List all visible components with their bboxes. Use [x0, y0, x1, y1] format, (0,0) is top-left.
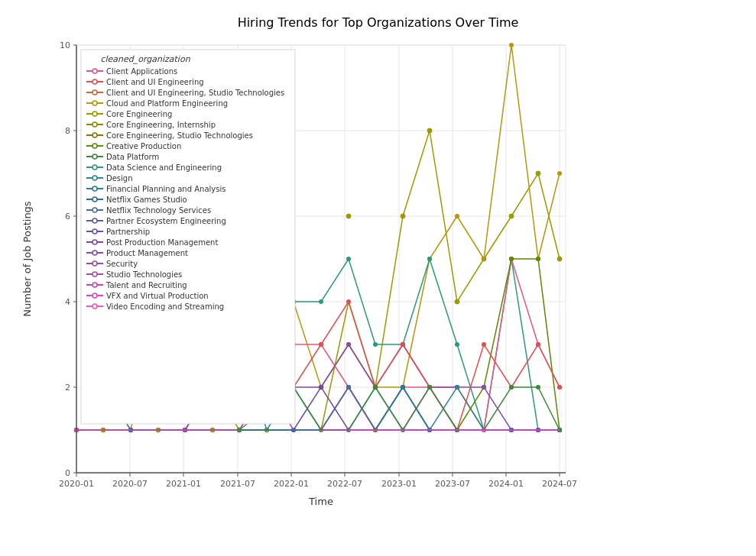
svg-point-149 — [509, 385, 514, 390]
svg-point-252 — [92, 272, 97, 276]
chart-title: Hiring Trends for Top Organizations Over… — [15, 15, 741, 30]
svg-text:2: 2 — [65, 383, 70, 393]
svg-point-255 — [92, 283, 97, 287]
svg-point-147 — [427, 385, 432, 390]
svg-text:VFX and Virtual Production: VFX and Virtual Production — [106, 292, 209, 300]
svg-point-34 — [536, 171, 540, 176]
svg-text:Netflix Technology Services: Netflix Technology Services — [106, 206, 211, 215]
svg-text:Number of Job Postings: Number of Job Postings — [21, 201, 33, 316]
svg-point-231 — [92, 197, 97, 202]
svg-text:2023-07: 2023-07 — [435, 479, 470, 489]
svg-text:Product Management: Product Management — [106, 249, 188, 257]
svg-text:Core Engineering, Studio Techn: Core Engineering, Studio Technologies — [106, 131, 253, 140]
svg-point-258 — [92, 293, 97, 298]
svg-text:Studio Technologies: Studio Technologies — [106, 270, 182, 279]
svg-point-128 — [319, 342, 323, 347]
svg-point-52 — [557, 171, 562, 176]
svg-text:Data Science and Engineering: Data Science and Engineering — [106, 163, 222, 172]
svg-point-219 — [92, 154, 97, 159]
svg-text:8: 8 — [65, 126, 70, 136]
svg-point-155 — [319, 385, 323, 390]
svg-point-195 — [92, 69, 97, 73]
svg-text:Cloud and Platform Engineering: Cloud and Platform Engineering — [106, 99, 228, 108]
svg-point-152 — [401, 385, 405, 390]
svg-point-204 — [92, 101, 97, 105]
svg-text:2021-01: 2021-01 — [166, 479, 201, 489]
svg-text:Client and UI Engineering, Stu: Client and UI Engineering, Studio Techno… — [106, 89, 284, 97]
svg-point-30 — [427, 128, 432, 133]
svg-point-110 — [346, 342, 351, 347]
svg-text:0: 0 — [65, 468, 70, 478]
svg-point-216 — [92, 144, 97, 148]
svg-point-222 — [92, 165, 97, 170]
svg-text:Creative Production: Creative Production — [106, 142, 181, 150]
chart-area: 0 2 4 6 8 10 2020-01 2020-07 2021-01 202… — [15, 37, 741, 526]
svg-point-243 — [92, 240, 97, 244]
svg-point-210 — [92, 122, 97, 127]
svg-point-201 — [92, 90, 97, 95]
svg-text:Partner Ecosystem Engineering: Partner Ecosystem Engineering — [106, 217, 226, 225]
svg-text:Time: Time — [308, 496, 333, 507]
svg-point-93 — [536, 257, 540, 261]
svg-text:Partnership: Partnership — [106, 228, 150, 236]
svg-point-31 — [455, 299, 459, 304]
svg-text:Financial Planning and Analysi: Financial Planning and Analysis — [106, 185, 226, 193]
svg-point-27 — [346, 214, 351, 218]
svg-point-225 — [92, 176, 97, 180]
svg-point-198 — [92, 79, 97, 84]
svg-point-62 — [455, 342, 459, 347]
svg-point-33 — [509, 214, 514, 218]
svg-text:Client Applications: Client Applications — [106, 67, 177, 76]
svg-text:2021-07: 2021-07 — [220, 479, 255, 489]
svg-point-145 — [373, 385, 378, 390]
svg-point-115 — [482, 385, 486, 390]
svg-text:2024-01: 2024-01 — [488, 479, 524, 489]
svg-text:2020-07: 2020-07 — [112, 479, 148, 489]
svg-point-141 — [455, 385, 459, 390]
svg-text:2020-01: 2020-01 — [59, 479, 94, 489]
svg-point-137 — [557, 385, 562, 390]
svg-point-240 — [92, 229, 97, 234]
svg-point-142 — [237, 428, 242, 432]
svg-point-207 — [92, 112, 97, 116]
svg-point-246 — [92, 251, 97, 255]
svg-point-234 — [92, 208, 97, 212]
svg-text:Netflix Games Studio: Netflix Games Studio — [106, 196, 187, 204]
svg-text:4: 4 — [65, 297, 70, 307]
svg-point-249 — [92, 261, 97, 266]
svg-text:Security: Security — [106, 260, 138, 268]
svg-point-58 — [346, 257, 351, 261]
svg-text:cleaned_organization: cleaned_organization — [100, 54, 190, 64]
svg-text:6: 6 — [65, 212, 70, 221]
svg-point-50 — [509, 43, 514, 47]
svg-text:Core Engineering, Internship: Core Engineering, Internship — [106, 121, 216, 129]
svg-point-35 — [557, 257, 562, 261]
svg-point-213 — [92, 133, 97, 137]
svg-point-131 — [401, 342, 405, 347]
svg-point-237 — [92, 218, 97, 223]
svg-text:Design: Design — [106, 174, 133, 183]
svg-text:Core Engineering: Core Engineering — [106, 110, 172, 118]
svg-text:Client and UI Engineering: Client and UI Engineering — [106, 78, 204, 86]
svg-point-150 — [536, 385, 540, 390]
svg-text:Video Encoding and Streaming: Video Encoding and Streaming — [106, 302, 224, 311]
svg-point-134 — [482, 342, 486, 347]
svg-point-129 — [346, 299, 351, 304]
svg-text:2022-07: 2022-07 — [327, 479, 362, 489]
chart-container: Hiring Trends for Top Organizations Over… — [0, 0, 756, 556]
svg-point-154 — [346, 385, 351, 390]
svg-point-49 — [482, 257, 486, 261]
svg-point-261 — [92, 304, 97, 309]
svg-text:Post Production Management: Post Production Management — [106, 238, 218, 247]
svg-text:Data Platform: Data Platform — [106, 153, 159, 161]
svg-point-48 — [455, 214, 459, 218]
svg-point-29 — [401, 214, 405, 218]
svg-point-228 — [92, 186, 97, 191]
svg-text:2024-07: 2024-07 — [542, 479, 577, 489]
svg-text:10: 10 — [60, 40, 70, 50]
svg-point-61 — [427, 257, 432, 261]
svg-text:2023-01: 2023-01 — [381, 479, 417, 489]
svg-point-59 — [373, 342, 378, 347]
svg-point-92 — [509, 257, 514, 261]
svg-text:2022-01: 2022-01 — [274, 479, 309, 489]
